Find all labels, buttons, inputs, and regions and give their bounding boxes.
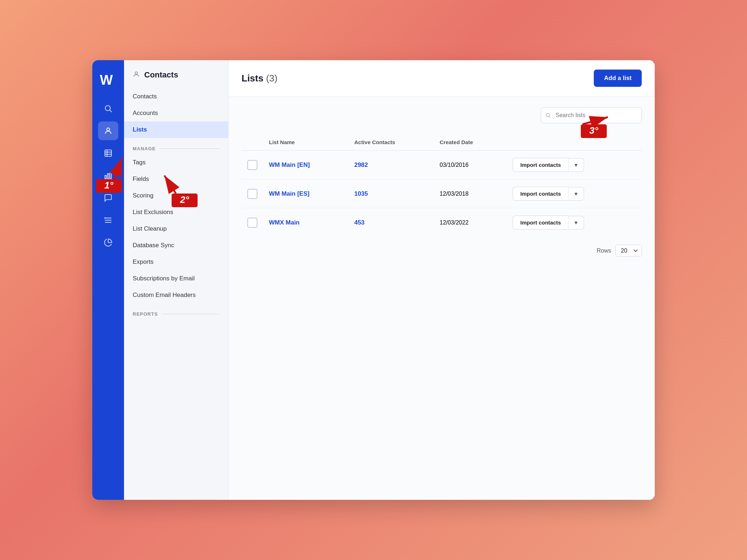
row2-name-cell: WM Main [ES] <box>263 179 349 208</box>
sidebar-item-custom-email-headers[interactable]: Custom Email Headers <box>124 287 228 303</box>
col-action <box>507 134 642 151</box>
chat-nav-icon[interactable] <box>98 188 118 207</box>
row1-import-wrap: Import contacts ▼ <box>513 158 636 172</box>
row1-name-link[interactable]: WM Main [EN] <box>269 161 310 168</box>
row3-import-wrap: Import contacts ▼ <box>513 215 636 230</box>
row3-checkbox[interactable] <box>247 218 257 228</box>
sidebar-item-contacts[interactable]: Contacts <box>124 88 228 105</box>
rows-footer: Rows 10 20 50 100 <box>242 237 642 260</box>
table-row: WMX Main 453 12/03/2022 Import contacts <box>242 208 642 237</box>
rows-per-page-select[interactable]: 10 20 50 100 <box>615 245 642 257</box>
app-logo: W <box>98 71 118 88</box>
search-lists-input[interactable] <box>541 107 642 123</box>
sidebar-item-accounts[interactable]: Accounts <box>124 105 228 121</box>
row1-checkbox-cell <box>242 151 263 179</box>
svg-text:W: W <box>100 72 113 87</box>
page-title: Lists (3) <box>242 73 278 84</box>
row2-checkbox[interactable] <box>247 189 257 199</box>
row1-contacts-cell: 2982 <box>349 151 434 179</box>
row2-date-cell: 12/03/2018 <box>434 179 507 208</box>
row3-contacts-cell: 453 <box>349 208 434 237</box>
contacts-header-icon <box>133 71 140 80</box>
row2-action-cell: Import contacts ▼ <box>507 179 642 208</box>
svg-rect-4 <box>105 150 111 156</box>
main-header: Lists (3) Add a list <box>229 60 655 97</box>
svg-rect-9 <box>107 174 109 179</box>
row2-contacts-cell: 1035 <box>349 179 434 208</box>
add-list-button[interactable]: Add a list <box>594 70 642 87</box>
sidebar-item-scoring[interactable]: Scoring <box>124 187 228 204</box>
search-icon <box>545 112 551 118</box>
table-row: WM Main [EN] 2982 03/10/2016 Import cont… <box>242 151 642 179</box>
row2-checkbox-cell <box>242 179 263 208</box>
row1-action-cell: Import contacts ▼ <box>507 151 642 179</box>
svg-point-15 <box>135 72 138 74</box>
main-content: Lists (3) Add a list <box>229 60 655 500</box>
row1-import-chevron[interactable]: ▼ <box>568 158 584 172</box>
sidebar-item-fields[interactable]: Fields <box>124 171 228 187</box>
search-bar-row <box>242 107 642 123</box>
row2-import-wrap: Import contacts ▼ <box>513 187 636 201</box>
row1-date-cell: 03/10/2016 <box>434 151 507 179</box>
icon-bar: W <box>92 60 124 500</box>
col-created-date: Created Date <box>434 134 507 151</box>
svg-rect-10 <box>110 173 111 179</box>
sidebar-item-exports[interactable]: Exports <box>124 254 228 270</box>
sidebar-title: Contacts <box>144 70 178 80</box>
row3-name-cell: WMX Main <box>263 208 349 237</box>
list-count: (3) <box>266 73 278 84</box>
svg-rect-8 <box>105 175 106 179</box>
table-nav-icon[interactable] <box>98 144 118 163</box>
main-body: List Name Active Contacts Created Date <box>229 97 655 500</box>
row3-contacts-count: 453 <box>354 219 364 226</box>
svg-line-2 <box>110 110 112 112</box>
row3-checkbox-cell <box>242 208 263 237</box>
row2-import-chevron[interactable]: ▼ <box>568 187 584 201</box>
sidebar-item-lists[interactable]: Lists <box>124 121 228 138</box>
search-nav-icon[interactable] <box>98 99 118 118</box>
sidebar-item-list-cleanup[interactable]: List Cleanup <box>124 221 228 237</box>
row3-date-cell: 12/03/2022 <box>434 208 507 237</box>
search-input-wrap <box>541 107 642 123</box>
row3-action-cell: Import contacts ▼ <box>507 208 642 237</box>
row3-import-button[interactable]: Import contacts <box>513 215 568 230</box>
row1-checkbox[interactable] <box>247 160 257 170</box>
sidebar-header: Contacts <box>124 70 228 88</box>
row1-import-button[interactable]: Import contacts <box>513 158 568 172</box>
col-active-contacts: Active Contacts <box>349 134 434 151</box>
row2-contacts-count: 1035 <box>354 190 368 197</box>
col-list-name: List Name <box>263 134 349 151</box>
grid-nav-icon[interactable] <box>98 211 118 230</box>
sidebar-reports-section: REPORTS <box>124 303 228 320</box>
sidebar-item-subscriptions[interactable]: Subscriptions by Email <box>124 270 228 287</box>
col-checkbox <box>242 134 263 151</box>
svg-line-17 <box>549 116 551 118</box>
lists-table: List Name Active Contacts Created Date <box>242 134 642 237</box>
svg-point-16 <box>546 114 549 117</box>
row1-contacts-count: 2982 <box>354 161 368 168</box>
sidebar-item-list-exclusions[interactable]: List Exclusions <box>124 204 228 221</box>
sidebar-manage-section: MANAGE <box>124 138 228 154</box>
row1-name-cell: WM Main [EN] <box>263 151 349 179</box>
row3-name-link[interactable]: WMX Main <box>269 219 300 226</box>
sidebar: Contacts Contacts Accounts Lists MANAGE … <box>124 60 229 500</box>
pie-nav-icon[interactable] <box>98 233 118 252</box>
row2-name-link[interactable]: WM Main [ES] <box>269 190 309 197</box>
svg-point-3 <box>107 128 110 131</box>
table-row: WM Main [ES] 1035 12/03/2018 Import cont… <box>242 179 642 208</box>
row2-import-button[interactable]: Import contacts <box>513 187 568 201</box>
sidebar-item-tags[interactable]: Tags <box>124 154 228 171</box>
svg-point-1 <box>105 106 110 111</box>
chart-nav-icon[interactable] <box>98 166 118 185</box>
row3-import-chevron[interactable]: ▼ <box>568 216 584 230</box>
sidebar-item-database-sync[interactable]: Database Sync <box>124 237 228 254</box>
contacts-nav-icon[interactable] <box>98 121 118 140</box>
rows-label: Rows <box>597 248 611 254</box>
